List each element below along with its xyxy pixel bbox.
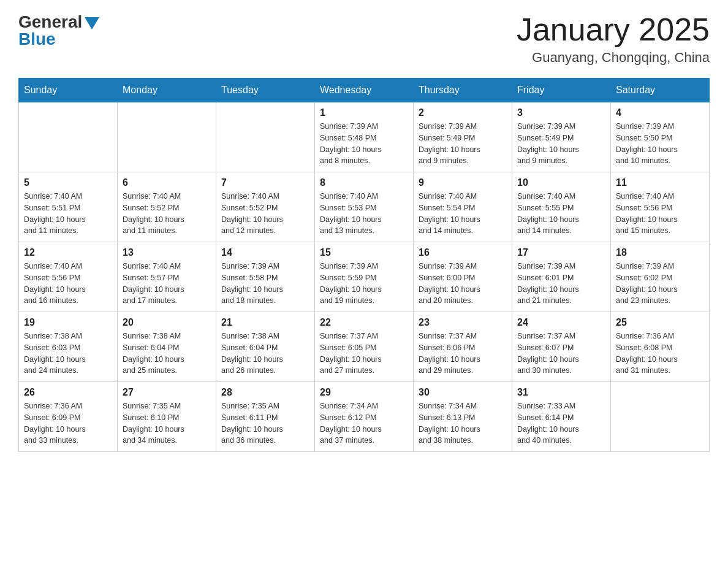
calendar-cell: 26Sunrise: 7:36 AMSunset: 6:09 PMDayligh… [19,382,118,452]
day-info: Sunrise: 7:39 AMSunset: 5:50 PMDaylight:… [616,121,704,167]
day-info: Sunrise: 7:37 AMSunset: 6:07 PMDaylight:… [517,331,605,377]
day-info: Sunrise: 7:40 AMSunset: 5:56 PMDaylight:… [616,191,704,237]
day-number: 25 [616,317,704,328]
calendar-cell: 15Sunrise: 7:39 AMSunset: 5:59 PMDayligh… [315,242,414,312]
calendar-cell: 20Sunrise: 7:38 AMSunset: 6:04 PMDayligh… [118,312,216,382]
calendar-cell: 9Sunrise: 7:40 AMSunset: 5:54 PMDaylight… [414,172,512,242]
calendar-cell: 11Sunrise: 7:40 AMSunset: 5:56 PMDayligh… [611,172,710,242]
calendar-header-friday: Friday [512,79,611,102]
calendar-cell: 24Sunrise: 7:37 AMSunset: 6:07 PMDayligh… [512,312,611,382]
day-number: 16 [419,247,507,258]
day-number: 21 [221,317,309,328]
calendar-week-row: 19Sunrise: 7:38 AMSunset: 6:03 PMDayligh… [19,312,710,382]
calendar-cell: 8Sunrise: 7:40 AMSunset: 5:53 PMDaylight… [315,172,414,242]
day-number: 19 [24,317,112,328]
day-info: Sunrise: 7:34 AMSunset: 6:12 PMDaylight:… [320,400,408,446]
day-info: Sunrise: 7:33 AMSunset: 6:14 PMDaylight:… [517,400,605,446]
day-info: Sunrise: 7:40 AMSunset: 5:56 PMDaylight:… [24,261,112,307]
day-info: Sunrise: 7:39 AMSunset: 5:49 PMDaylight:… [419,121,507,167]
calendar-cell: 16Sunrise: 7:39 AMSunset: 6:00 PMDayligh… [414,242,512,312]
day-info: Sunrise: 7:39 AMSunset: 6:02 PMDaylight:… [616,261,704,307]
calendar-cell: 18Sunrise: 7:39 AMSunset: 6:02 PMDayligh… [611,242,710,312]
calendar-cell [19,102,118,172]
day-info: Sunrise: 7:39 AMSunset: 5:58 PMDaylight:… [221,261,309,307]
day-info: Sunrise: 7:35 AMSunset: 6:10 PMDaylight:… [123,400,211,446]
day-info: Sunrise: 7:40 AMSunset: 5:54 PMDaylight:… [419,191,507,237]
calendar-cell: 5Sunrise: 7:40 AMSunset: 5:51 PMDaylight… [19,172,118,242]
day-number: 7 [221,177,309,188]
day-number: 22 [320,317,408,328]
day-number: 28 [221,387,309,398]
day-number: 2 [419,107,507,118]
calendar-cell: 25Sunrise: 7:36 AMSunset: 6:08 PMDayligh… [611,312,710,382]
day-number: 31 [517,387,605,398]
calendar-cell: 21Sunrise: 7:38 AMSunset: 6:04 PMDayligh… [216,312,315,382]
calendar-cell: 27Sunrise: 7:35 AMSunset: 6:10 PMDayligh… [118,382,216,452]
calendar-week-row: 1Sunrise: 7:39 AMSunset: 5:48 PMDaylight… [19,102,710,172]
day-number: 17 [517,247,605,258]
calendar-week-row: 5Sunrise: 7:40 AMSunset: 5:51 PMDaylight… [19,172,710,242]
logo-triangle-icon [85,17,99,29]
calendar-header-wednesday: Wednesday [315,79,414,102]
calendar-cell: 13Sunrise: 7:40 AMSunset: 5:57 PMDayligh… [118,242,216,312]
calendar-cell: 4Sunrise: 7:39 AMSunset: 5:50 PMDaylight… [611,102,710,172]
day-number: 6 [123,177,211,188]
calendar-cell: 10Sunrise: 7:40 AMSunset: 5:55 PMDayligh… [512,172,611,242]
day-number: 14 [221,247,309,258]
calendar-cell: 14Sunrise: 7:39 AMSunset: 5:58 PMDayligh… [216,242,315,312]
day-number: 15 [320,247,408,258]
day-number: 10 [517,177,605,188]
day-number: 26 [24,387,112,398]
day-number: 20 [123,317,211,328]
day-info: Sunrise: 7:35 AMSunset: 6:11 PMDaylight:… [221,400,309,446]
day-number: 1 [320,107,408,118]
day-number: 11 [616,177,704,188]
day-info: Sunrise: 7:36 AMSunset: 6:08 PMDaylight:… [616,331,704,377]
calendar-cell [216,102,315,172]
calendar-header-saturday: Saturday [611,79,710,102]
day-info: Sunrise: 7:40 AMSunset: 5:52 PMDaylight:… [123,191,211,237]
calendar-cell: 19Sunrise: 7:38 AMSunset: 6:03 PMDayligh… [19,312,118,382]
day-info: Sunrise: 7:37 AMSunset: 6:06 PMDaylight:… [419,331,507,377]
day-info: Sunrise: 7:36 AMSunset: 6:09 PMDaylight:… [24,400,112,446]
calendar-week-row: 26Sunrise: 7:36 AMSunset: 6:09 PMDayligh… [19,382,710,452]
day-info: Sunrise: 7:34 AMSunset: 6:13 PMDaylight:… [419,400,507,446]
day-info: Sunrise: 7:38 AMSunset: 6:04 PMDaylight:… [221,331,309,377]
day-number: 27 [123,387,211,398]
calendar-header-thursday: Thursday [414,79,512,102]
calendar-cell: 6Sunrise: 7:40 AMSunset: 5:52 PMDaylight… [118,172,216,242]
day-info: Sunrise: 7:38 AMSunset: 6:04 PMDaylight:… [123,331,211,377]
logo: General Blue [18,12,99,49]
calendar-cell: 7Sunrise: 7:40 AMSunset: 5:52 PMDaylight… [216,172,315,242]
calendar-cell: 23Sunrise: 7:37 AMSunset: 6:06 PMDayligh… [414,312,512,382]
day-number: 24 [517,317,605,328]
calendar-cell: 31Sunrise: 7:33 AMSunset: 6:14 PMDayligh… [512,382,611,452]
calendar-cell: 12Sunrise: 7:40 AMSunset: 5:56 PMDayligh… [19,242,118,312]
day-info: Sunrise: 7:40 AMSunset: 5:57 PMDaylight:… [123,261,211,307]
day-number: 8 [320,177,408,188]
day-info: Sunrise: 7:40 AMSunset: 5:51 PMDaylight:… [24,191,112,237]
calendar-cell: 17Sunrise: 7:39 AMSunset: 6:01 PMDayligh… [512,242,611,312]
day-info: Sunrise: 7:39 AMSunset: 5:48 PMDaylight:… [320,121,408,167]
calendar-cell: 3Sunrise: 7:39 AMSunset: 5:49 PMDaylight… [512,102,611,172]
day-number: 4 [616,107,704,118]
day-info: Sunrise: 7:37 AMSunset: 6:05 PMDaylight:… [320,331,408,377]
calendar-cell: 1Sunrise: 7:39 AMSunset: 5:48 PMDaylight… [315,102,414,172]
calendar-header-monday: Monday [118,79,216,102]
day-number: 3 [517,107,605,118]
day-number: 29 [320,387,408,398]
page-header: General Blue January 2025 Guanyang, Chon… [18,12,710,66]
day-info: Sunrise: 7:40 AMSunset: 5:53 PMDaylight:… [320,191,408,237]
day-info: Sunrise: 7:40 AMSunset: 5:55 PMDaylight:… [517,191,605,237]
day-number: 30 [419,387,507,398]
calendar-header-tuesday: Tuesday [216,79,315,102]
day-info: Sunrise: 7:38 AMSunset: 6:03 PMDaylight:… [24,331,112,377]
month-title: January 2025 [517,12,710,47]
day-number: 12 [24,247,112,258]
calendar-week-row: 12Sunrise: 7:40 AMSunset: 5:56 PMDayligh… [19,242,710,312]
location-text: Guanyang, Chongqing, China [517,50,710,66]
calendar-cell: 29Sunrise: 7:34 AMSunset: 6:12 PMDayligh… [315,382,414,452]
day-info: Sunrise: 7:39 AMSunset: 6:01 PMDaylight:… [517,261,605,307]
day-number: 18 [616,247,704,258]
day-info: Sunrise: 7:40 AMSunset: 5:52 PMDaylight:… [221,191,309,237]
